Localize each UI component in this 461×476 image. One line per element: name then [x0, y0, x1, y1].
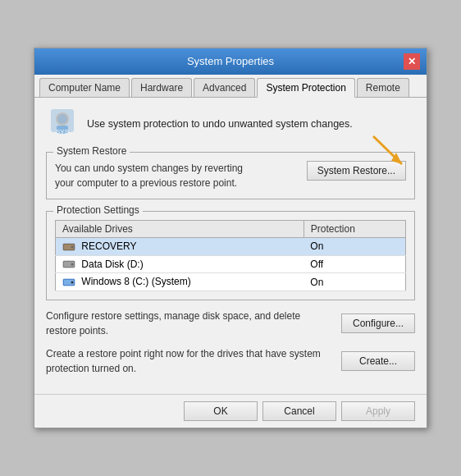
title-bar: System Properties ✕ [34, 48, 427, 75]
col-drives-header: Available Drives [56, 220, 304, 237]
drive-name: Data Disk (D:) [56, 255, 304, 273]
system-restore-group: System Restore You can undo system chang… [46, 152, 415, 199]
arrow-container: System Restore... [307, 161, 406, 181]
restore-description: You can undo system changes by reverting… [55, 161, 299, 190]
configure-button[interactable]: Configure... [341, 314, 415, 333]
drive-name: RECOVERY [56, 237, 304, 255]
apply-button[interactable]: Apply [341, 401, 415, 421]
create-text: Create a restore point right now for the… [46, 346, 333, 376]
svg-point-9 [71, 245, 74, 248]
header-section: SYS Use system protection to undo unwant… [46, 108, 415, 140]
drive-protection: Off [304, 255, 405, 273]
system-restore-label: System Restore [53, 145, 130, 157]
drives-table: Available Drives Protection RECOVERY [55, 220, 406, 291]
protection-settings-label: Protection Settings [53, 204, 143, 216]
hdd-system-icon [62, 277, 75, 288]
table-row[interactable]: RECOVERY On [56, 237, 406, 255]
tab-hardware[interactable]: Hardware [131, 78, 192, 97]
tab-system-protection[interactable]: System Protection [257, 78, 354, 98]
protection-settings-group: Protection Settings Available Drives Pro… [46, 211, 415, 300]
header-text: Use system protection to undo unwanted s… [87, 118, 353, 130]
configure-section: Configure restore settings, manage disk … [46, 309, 415, 338]
col-protection-header: Protection [304, 220, 405, 237]
tab-content: SYS Use system protection to undo unwant… [34, 98, 427, 394]
tab-advanced[interactable]: Advanced [194, 78, 255, 97]
hdd-icon [62, 259, 75, 270]
svg-text:SYS: SYS [56, 128, 69, 135]
svg-point-2 [57, 114, 67, 124]
system-restore-inner: You can undo system changes by reverting… [55, 158, 406, 190]
tab-remote[interactable]: Remote [357, 78, 409, 97]
hdd-icon [62, 241, 75, 253]
footer: OK Cancel Apply [34, 394, 427, 428]
configure-text: Configure restore settings, manage disk … [46, 309, 333, 338]
create-button[interactable]: Create... [341, 351, 415, 371]
drive-protection: On [304, 237, 405, 255]
drive-name: Windows 8 (C:) (System) [56, 273, 304, 291]
table-row[interactable]: Windows 8 (C:) (System) On [56, 273, 406, 291]
svg-point-12 [71, 263, 74, 266]
svg-point-15 [71, 281, 74, 284]
svg-line-5 [373, 136, 402, 164]
tab-computer-name[interactable]: Computer Name [39, 78, 130, 97]
window-title: System Properties [57, 55, 404, 67]
ok-button[interactable]: OK [184, 401, 258, 421]
close-button[interactable]: ✕ [404, 53, 420, 70]
create-section: Create a restore point right now for the… [46, 346, 415, 376]
shield-icon: SYS [46, 108, 79, 140]
system-properties-window: System Properties ✕ Computer Name Hardwa… [34, 48, 427, 428]
tabs-bar: Computer Name Hardware Advanced System P… [34, 75, 427, 98]
system-restore-button[interactable]: System Restore... [307, 161, 406, 181]
drive-protection: On [304, 273, 405, 291]
table-row[interactable]: Data Disk (D:) Off [56, 255, 406, 273]
cancel-button[interactable]: Cancel [262, 401, 336, 421]
